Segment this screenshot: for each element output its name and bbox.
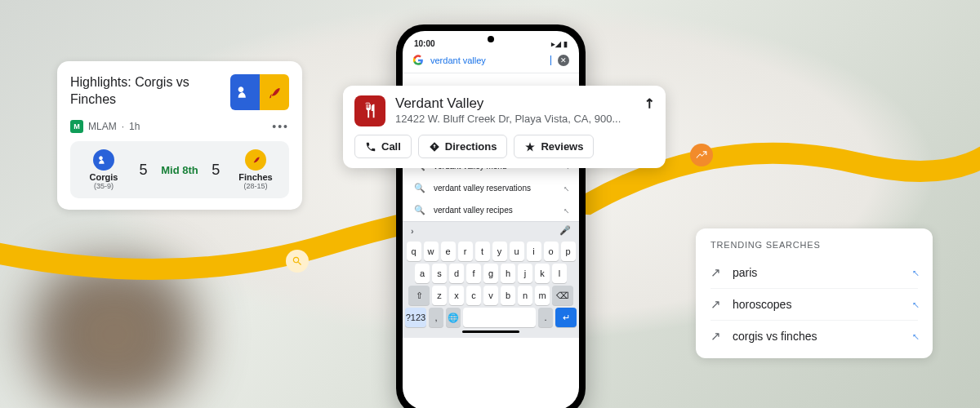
insert-icon[interactable]: ↑: [908, 266, 921, 279]
camera-notch: [488, 36, 494, 42]
team-a-name: Corgis: [90, 172, 118, 182]
place-address: 12422 W. Bluff Creek Dr, Playa Vista, CA…: [395, 113, 621, 125]
status-icons: ▸◢▮: [551, 39, 568, 48]
enter-key[interactable]: ↵: [555, 308, 577, 327]
clear-icon[interactable]: ✕: [558, 55, 569, 66]
chevron-icon[interactable]: ›: [411, 226, 414, 236]
directions-icon: [429, 141, 440, 153]
place-result-card[interactable]: Verdant Valley 12422 W. Bluff Creek Dr, …: [343, 86, 666, 168]
clock: 10:00: [414, 39, 435, 48]
trending-title: TRENDING SEARCHES: [710, 240, 918, 250]
key-x[interactable]: x: [449, 286, 464, 305]
time-ago: 1h: [129, 121, 140, 132]
insert-icon[interactable]: ↑: [560, 183, 570, 193]
search-icon: 🔍: [414, 183, 425, 193]
suggestion-item[interactable]: 🔍verdant valley recipes↑: [403, 199, 579, 221]
search-bar[interactable]: verdant valley ✕: [403, 51, 579, 69]
insert-icon[interactable]: ↑: [560, 205, 570, 215]
sports-title: Highlights: Corgis vs Finches: [70, 74, 201, 109]
score-row[interactable]: Corgis (35-9) 5 Mid 8th 5 Finches (28-15…: [70, 141, 289, 198]
shift-key[interactable]: ⇧: [408, 286, 430, 305]
comma-key[interactable]: ,: [429, 308, 443, 327]
key-f[interactable]: f: [466, 264, 481, 283]
key-q[interactable]: q: [407, 242, 421, 261]
key-c[interactable]: c: [466, 286, 481, 305]
directions-button[interactable]: Directions: [418, 135, 508, 158]
trending-up-icon: ↗: [710, 329, 721, 344]
restaurant-icon: [354, 95, 385, 126]
key-i[interactable]: i: [527, 242, 541, 261]
keyboard: qwertyuiop asdfghjkl ⇧ zxcvbnm ⌫ ?123 , …: [403, 239, 579, 338]
key-n[interactable]: n: [518, 286, 532, 305]
key-r[interactable]: r: [458, 242, 473, 261]
search-input[interactable]: verdant valley: [430, 55, 544, 65]
space-key[interactable]: [463, 308, 536, 327]
game-status: Mid 8th: [161, 164, 198, 176]
star-icon: [524, 141, 536, 153]
key-h[interactable]: h: [501, 264, 515, 283]
key-o[interactable]: o: [544, 242, 559, 261]
place-name: Verdant Valley: [395, 95, 621, 112]
team-a-logo: [93, 149, 114, 171]
globe-key[interactable]: 🌐: [446, 308, 461, 327]
suggestion-item[interactable]: 🔍verdant valley reservations↑: [403, 177, 579, 199]
key-v[interactable]: v: [483, 286, 498, 305]
key-m[interactable]: m: [535, 286, 550, 305]
mic-icon[interactable]: 🎤: [559, 225, 571, 236]
search-icon: 🔍: [414, 205, 425, 215]
key-z[interactable]: z: [432, 286, 447, 305]
background-blur: [0, 261, 229, 408]
numeric-key[interactable]: ?123: [405, 308, 426, 327]
sports-meta: M MLAM · 1h •••: [70, 120, 289, 133]
trending-item[interactable]: ↗ horoscopes ↑: [710, 288, 918, 320]
keyboard-toolbar: › 🎤: [403, 221, 579, 239]
key-u[interactable]: u: [510, 242, 524, 261]
key-a[interactable]: a: [415, 264, 430, 283]
ribbon-trending-icon: [690, 144, 713, 166]
trending-item[interactable]: ↗ paris ↑: [710, 256, 918, 288]
key-p[interactable]: p: [561, 242, 576, 261]
source-name: MLAM: [88, 121, 117, 132]
team-flags: [230, 74, 289, 110]
key-b[interactable]: b: [501, 286, 515, 305]
ribbon-search-icon: [286, 250, 309, 273]
key-s[interactable]: s: [432, 264, 447, 283]
key-l[interactable]: l: [552, 264, 567, 283]
key-k[interactable]: k: [535, 264, 550, 283]
phone-icon: [365, 141, 376, 153]
team-a-score: 5: [140, 162, 148, 179]
team-b-logo: [245, 149, 266, 171]
call-button[interactable]: Call: [354, 135, 412, 158]
source-badge: M: [70, 120, 83, 133]
team-a-record: (35-9): [94, 182, 114, 190]
team-b-record: (28-15): [243, 182, 267, 190]
phone-frame: 10:00 ▸◢▮ verdant valley ✕ 🔍verdant vall…: [396, 24, 586, 408]
key-t[interactable]: t: [475, 242, 490, 261]
insert-icon[interactable]: ↑: [908, 330, 921, 343]
home-indicator: [462, 330, 519, 333]
trending-searches-card: TRENDING SEARCHES ↗ paris ↑ ↗ horoscopes…: [696, 228, 933, 358]
key-y[interactable]: y: [492, 242, 507, 261]
trending-up-icon: ↗: [710, 265, 721, 280]
trending-up-icon: ↗: [710, 297, 721, 312]
more-icon[interactable]: •••: [272, 120, 289, 133]
team-b-name: Finches: [238, 172, 273, 182]
key-g[interactable]: g: [483, 264, 498, 283]
google-logo-icon: [412, 55, 424, 66]
backspace-key[interactable]: ⌫: [552, 286, 573, 305]
period-key[interactable]: .: [538, 308, 553, 327]
key-j[interactable]: j: [518, 264, 532, 283]
open-arrow-icon[interactable]: ↗: [639, 94, 658, 113]
key-w[interactable]: w: [424, 242, 439, 261]
key-e[interactable]: e: [441, 242, 456, 261]
team-b-score: 5: [212, 162, 220, 179]
insert-icon[interactable]: ↑: [908, 298, 921, 311]
reviews-button[interactable]: Reviews: [514, 135, 594, 158]
key-d[interactable]: d: [449, 264, 464, 283]
sports-highlight-card[interactable]: Highlights: Corgis vs Finches M MLAM · 1…: [57, 61, 302, 210]
trending-item[interactable]: ↗ corgis vs finches ↑: [710, 320, 918, 352]
